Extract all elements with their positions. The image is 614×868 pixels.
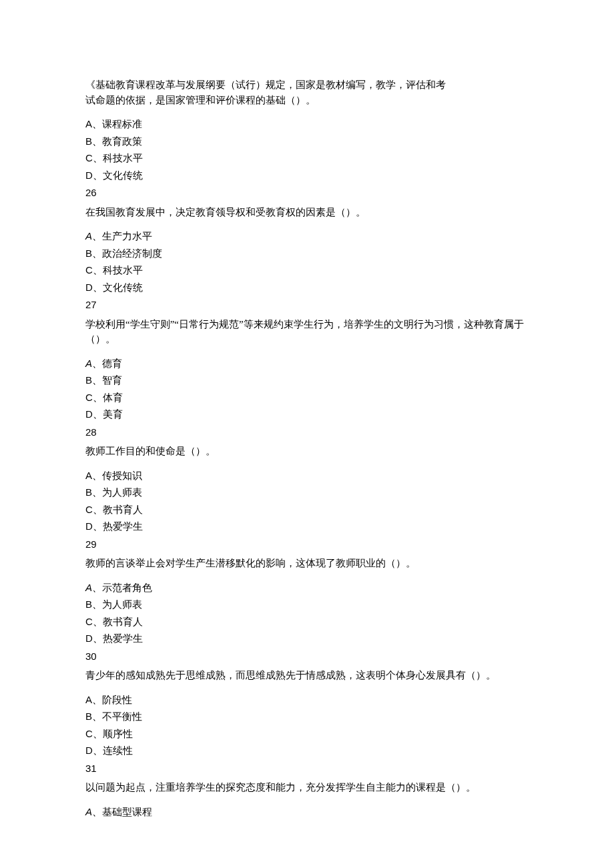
stem-line: 以问题为起点，注重培养学生的探究态度和能力，充分发挥学生自主能力的课程是（）。 — [85, 782, 476, 793]
option-row: C、科技水平 — [85, 151, 529, 166]
option-row: C、体育 — [85, 390, 529, 406]
option-text: 、阶段性 — [92, 695, 132, 705]
stem-line: 《基础教育课程改革与发展纲要（试行）规定，国家是教材编写，教学，评估和考 — [85, 79, 446, 90]
option-letter: B — [85, 135, 92, 147]
option-row: D、热爱学生 — [85, 631, 529, 646]
option-letter: D — [85, 520, 93, 532]
option-text: 、连续性 — [93, 745, 133, 756]
question-block: 学校利用“学生守则”“日常行为规范”等来规约束学生行为，培养学生的文明行为习惯，… — [85, 317, 529, 440]
question-block: 在我国教育发展中，决定教育领导权和受教育权的因素是（）。A、生产力水平B、政治经… — [85, 205, 529, 313]
stem-line: 学校利用“学生守则”“日常行为规范”等来规约束学生行为，培养学生的文明行为习惯，… — [85, 319, 524, 345]
option-letter: A — [85, 118, 92, 129]
option-row: B、为人师表 — [85, 485, 529, 500]
question-block: 教师工作目的和使命是（）。A、传授知识B、为人师表C、教书育人D、热爱学生29 — [85, 444, 529, 552]
option-text: 、教书育人 — [93, 504, 143, 515]
stem-line: 教师的言谈举止会对学生产生潜移默化的影响，这体现了教师职业的（）。 — [85, 558, 416, 568]
option-letter: A — [85, 806, 92, 817]
question-number: 29 — [85, 537, 529, 552]
option-text: 、为人师表 — [92, 599, 142, 610]
option-letter: B — [85, 486, 92, 498]
option-row: C、教书育人 — [85, 614, 529, 630]
option-letter: B — [85, 598, 92, 610]
option-row: B、不平衡性 — [85, 709, 529, 725]
option-letter: C — [85, 616, 93, 627]
option-row: B、智育 — [85, 373, 529, 388]
document-body: 《基础教育课程改革与发展纲要（试行）规定，国家是教材编写，教学，评估和考试命题的… — [85, 77, 529, 819]
option-row: A、课程标准 — [85, 117, 529, 132]
option-text: 、科技水平 — [93, 153, 143, 163]
option-letter: C — [85, 152, 93, 163]
option-row: A、示范者角色 — [85, 580, 529, 596]
question-stem: 学校利用“学生守则”“日常行为规范”等来规约束学生行为，培养学生的文明行为习惯，… — [85, 317, 529, 347]
question-number: 30 — [85, 649, 529, 665]
option-row: A、德育 — [85, 356, 529, 372]
option-text: 、文化传统 — [93, 170, 143, 181]
option-text: 、科技水平 — [93, 265, 143, 276]
option-row: B、为人师表 — [85, 597, 529, 612]
option-row: C、科技水平 — [85, 263, 529, 278]
option-row: C、教书育人 — [85, 502, 529, 518]
option-row: D、文化传统 — [85, 168, 529, 183]
option-letter: D — [85, 282, 93, 293]
option-row: D、连续性 — [85, 743, 529, 759]
option-letter: D — [85, 169, 93, 181]
option-text: 、课程标准 — [92, 119, 142, 129]
option-text: 、教书育人 — [93, 616, 143, 627]
question-number: 28 — [85, 425, 529, 440]
stem-line: 试命题的依据，是国家管理和评价课程的基础（）。 — [85, 95, 316, 105]
question-stem: 青少年的感知成熟先于思维成熟，而思维成熟先于情感成熟，这表明个体身心发展具有（）… — [85, 668, 529, 683]
option-text: 、体育 — [93, 392, 123, 403]
option-text: 、基础型课程 — [92, 807, 152, 817]
option-letter: A — [85, 470, 92, 481]
option-text: 、热爱学生 — [93, 633, 143, 644]
stem-line: 教师工作目的和使命是（）。 — [85, 446, 216, 456]
option-text: 、德育 — [92, 358, 122, 369]
option-text: 、生产力水平 — [92, 231, 152, 242]
option-text: 、传授知识 — [92, 470, 142, 481]
question-number: 27 — [85, 298, 529, 313]
option-letter: A — [85, 694, 92, 705]
option-letter: B — [85, 248, 92, 259]
question-block: 教师的言谈举止会对学生产生潜移默化的影响，这体现了教师职业的（）。A、示范者角色… — [85, 556, 529, 664]
option-letter: A — [85, 358, 92, 369]
question-stem: 《基础教育课程改革与发展纲要（试行）规定，国家是教材编写，教学，评估和考试命题的… — [85, 77, 529, 107]
question-block: 《基础教育课程改革与发展纲要（试行）规定，国家是教材编写，教学，评估和考试命题的… — [85, 77, 529, 201]
question-stem: 教师的言谈举止会对学生产生潜移默化的影响，这体现了教师职业的（）。 — [85, 556, 529, 571]
option-row: A、基础型课程 — [85, 805, 529, 820]
option-row: D、热爱学生 — [85, 519, 529, 534]
option-row: D、美育 — [85, 407, 529, 422]
option-row: B、教育政策 — [85, 134, 529, 149]
option-text: 、不平衡性 — [92, 711, 142, 722]
option-letter: D — [85, 408, 93, 420]
option-text: 、美育 — [93, 409, 123, 420]
option-row: C、顺序性 — [85, 727, 529, 742]
option-letter: C — [85, 728, 93, 739]
option-letter: C — [85, 392, 93, 403]
stem-line: 青少年的感知成熟先于思维成熟，而思维成熟先于情感成熟，这表明个体身心发展具有（）… — [85, 670, 496, 681]
option-row: B、政治经济制度 — [85, 246, 529, 262]
option-row: A、传授知识 — [85, 468, 529, 484]
option-letter: C — [85, 264, 93, 276]
option-text: 、为人师表 — [92, 487, 142, 498]
option-letter: A — [85, 582, 92, 593]
option-letter: D — [85, 745, 93, 756]
option-letter: D — [85, 632, 93, 644]
option-letter: A — [85, 230, 92, 242]
option-row: D、文化传统 — [85, 280, 529, 296]
option-text: 、示范者角色 — [92, 582, 152, 593]
question-stem: 以问题为起点，注重培养学生的探究态度和能力，充分发挥学生自主能力的课程是（）。 — [85, 780, 529, 795]
option-text: 、智育 — [92, 375, 122, 386]
option-letter: B — [85, 374, 92, 386]
option-letter: B — [85, 711, 92, 722]
question-stem: 教师工作目的和使命是（）。 — [85, 444, 529, 459]
question-stem: 在我国教育发展中，决定教育领导权和受教育权的因素是（）。 — [85, 205, 529, 220]
option-text: 、文化传统 — [93, 282, 143, 293]
question-block: 青少年的感知成熟先于思维成熟，而思维成熟先于情感成熟，这表明个体身心发展具有（）… — [85, 668, 529, 776]
question-number: 26 — [85, 185, 529, 201]
option-row: A、阶段性 — [85, 693, 529, 708]
option-text: 、政治经济制度 — [92, 248, 162, 259]
option-text: 、顺序性 — [93, 729, 133, 739]
option-row: A、生产力水平 — [85, 229, 529, 244]
question-number: 31 — [85, 761, 529, 777]
option-letter: C — [85, 504, 93, 515]
